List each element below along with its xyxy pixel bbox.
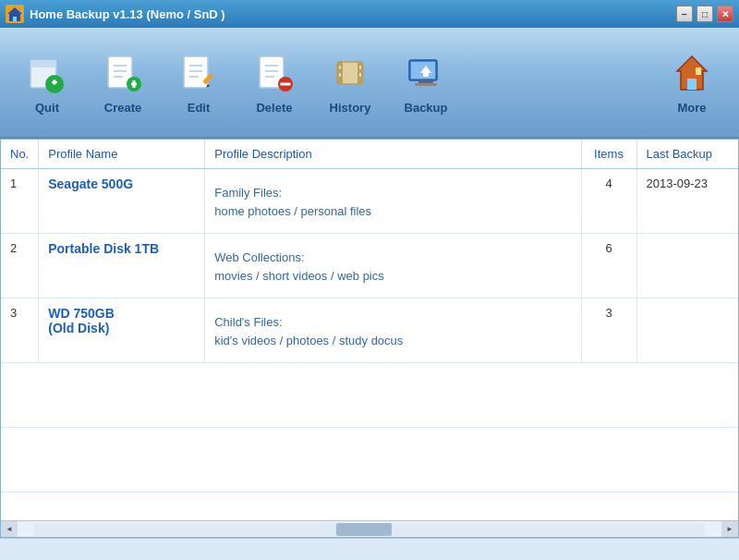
delete-button[interactable]: Delete bbox=[241, 43, 308, 122]
col-items: Items bbox=[581, 140, 636, 169]
more-icon bbox=[670, 51, 714, 95]
profile-table: No. Profile Name Profile Description Ite… bbox=[1, 140, 738, 520]
row-number: 3 bbox=[1, 298, 39, 363]
table-wrapper: No. Profile Name Profile Description Ite… bbox=[1, 140, 738, 520]
svg-rect-14 bbox=[133, 80, 136, 88]
svg-rect-7 bbox=[54, 79, 56, 84]
table-row[interactable]: 1 Seagate 500G Family Files:home photoes… bbox=[1, 169, 738, 234]
table-row-empty bbox=[1, 493, 738, 521]
row-number: 2 bbox=[1, 234, 39, 298]
profile-desc: Child's Files:kid's videos / photoes / s… bbox=[205, 298, 581, 363]
table-row-empty bbox=[1, 363, 738, 428]
title-bar: Home Backup v1.13 (Nemo / SnD ) − □ ✕ bbox=[0, 0, 739, 28]
app-icon bbox=[6, 5, 24, 23]
window-controls[interactable]: − □ ✕ bbox=[676, 6, 733, 22]
svg-rect-37 bbox=[415, 83, 437, 86]
scroll-thumb[interactable] bbox=[336, 523, 392, 536]
items-count: 3 bbox=[581, 298, 636, 363]
create-icon bbox=[101, 51, 145, 95]
quit-label: Quit bbox=[35, 101, 59, 115]
col-desc: Profile Description bbox=[205, 140, 581, 169]
profile-desc: Web Collections:movies / short videos / … bbox=[205, 234, 581, 298]
svg-rect-15 bbox=[184, 56, 208, 88]
create-button[interactable]: Create bbox=[90, 43, 156, 122]
scroll-left-arrow[interactable]: ◄ bbox=[1, 521, 18, 538]
svg-rect-2 bbox=[13, 17, 17, 21]
svg-rect-26 bbox=[281, 82, 291, 85]
main-area: No. Profile Name Profile Description Ite… bbox=[0, 139, 739, 538]
toolbar: Quit Create bbox=[0, 28, 739, 139]
svg-rect-33 bbox=[359, 73, 361, 77]
delete-label: Delete bbox=[256, 101, 292, 115]
col-no: No. bbox=[1, 140, 39, 169]
table-row[interactable]: 2 Portable Disk 1TB Web Collections:movi… bbox=[1, 234, 738, 298]
backup-button[interactable]: Backup bbox=[393, 43, 459, 122]
table-row-empty bbox=[1, 428, 738, 493]
svg-rect-36 bbox=[418, 80, 433, 83]
table-header: No. Profile Name Profile Description Ite… bbox=[1, 140, 738, 169]
more-button[interactable]: More bbox=[659, 43, 725, 122]
svg-rect-4 bbox=[30, 60, 56, 67]
title-bar-left: Home Backup v1.13 (Nemo / SnD ) bbox=[6, 5, 225, 23]
quit-button[interactable]: Quit bbox=[14, 43, 80, 122]
row-number: 1 bbox=[1, 169, 39, 234]
more-label: More bbox=[677, 101, 706, 115]
table-body: 1 Seagate 500G Family Files:home photoes… bbox=[1, 169, 738, 521]
last-backup bbox=[636, 298, 738, 363]
backup-label: Backup bbox=[405, 101, 448, 115]
create-label: Create bbox=[104, 101, 141, 115]
maximize-button[interactable]: □ bbox=[697, 6, 713, 22]
svg-rect-32 bbox=[359, 66, 361, 69]
delete-icon bbox=[252, 51, 297, 95]
edit-button[interactable]: Edit bbox=[165, 43, 232, 122]
items-count: 4 bbox=[581, 169, 636, 234]
scroll-track bbox=[34, 523, 705, 536]
items-count: 6 bbox=[581, 234, 636, 298]
svg-rect-30 bbox=[339, 66, 341, 69]
last-backup bbox=[636, 234, 738, 298]
scroll-right-arrow[interactable]: ► bbox=[721, 521, 738, 538]
col-name: Profile Name bbox=[39, 140, 205, 169]
quit-icon bbox=[25, 51, 69, 95]
history-button[interactable]: History bbox=[317, 43, 383, 122]
history-icon bbox=[328, 51, 372, 95]
status-bar bbox=[0, 538, 739, 560]
profile-name: WD 750GB(Old Disk) bbox=[39, 298, 205, 363]
window-title: Home Backup v1.13 (Nemo / SnD ) bbox=[30, 7, 225, 21]
col-backup: Last Backup bbox=[636, 140, 738, 169]
last-backup: 2013-09-23 bbox=[636, 169, 738, 234]
profile-desc: Family Files:home photoes / personal fil… bbox=[205, 169, 581, 234]
history-label: History bbox=[330, 101, 371, 115]
profile-name: Seagate 500G bbox=[39, 169, 205, 234]
profile-name: Portable Disk 1TB bbox=[39, 234, 205, 298]
svg-rect-41 bbox=[696, 67, 701, 75]
edit-icon bbox=[176, 51, 221, 95]
edit-label: Edit bbox=[188, 101, 211, 115]
table-row[interactable]: 3 WD 750GB(Old Disk) Child's Files:kid's… bbox=[1, 298, 738, 363]
svg-rect-31 bbox=[339, 73, 341, 77]
close-button[interactable]: ✕ bbox=[717, 6, 733, 22]
horizontal-scrollbar[interactable]: ◄ ► bbox=[1, 520, 738, 537]
backup-icon bbox=[404, 51, 448, 95]
svg-rect-40 bbox=[687, 79, 697, 90]
minimize-button[interactable]: − bbox=[676, 6, 693, 22]
